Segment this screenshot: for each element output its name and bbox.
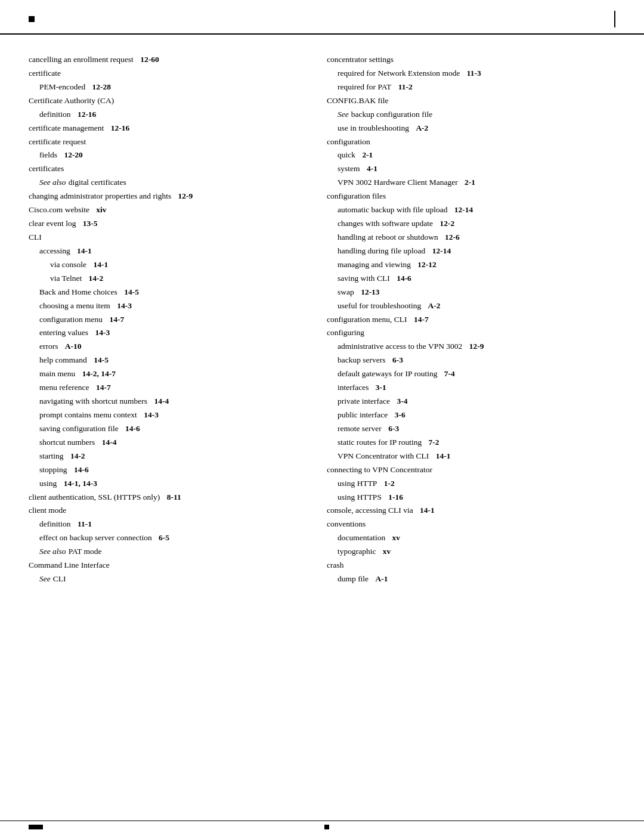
list-item: system 4-1 (327, 163, 615, 175)
list-item: remote server 6-3 (327, 423, 615, 435)
content-area: cancelling an enrollment request 12-60ce… (0, 35, 644, 587)
sub-entry-label: prompt contains menu context (39, 409, 137, 422)
entry-label: CONFIG.BAK file (327, 95, 389, 107)
sub-entry-page-ref: 12-9 (469, 340, 484, 353)
entry-label: connecting to VPN Concentrator (327, 464, 432, 476)
sub-entry-page-ref: 14-3 (95, 327, 110, 339)
sub-entry-page-ref: 14-7 (96, 382, 111, 394)
sub-entry-page-ref: 14-3 (117, 300, 132, 312)
sub-entry-page-ref: 12-14 (432, 245, 451, 258)
entry-label: configuration menu, CLI (327, 314, 407, 326)
entry-label: cancelling an enrollment request (29, 54, 134, 66)
sub-entry-page-ref: 12-20 (64, 149, 83, 162)
entry-label: crash (327, 559, 343, 572)
see-also-text: See also (39, 176, 66, 189)
sub-entry-label: system (338, 163, 360, 175)
list-item: configuration (327, 136, 615, 148)
header-left (29, 16, 39, 22)
list-item: choosing a menu item 14-3 (29, 300, 308, 312)
list-item: documentation xv (327, 532, 615, 544)
footer-center (43, 825, 615, 829)
list-item: concentrator settings (327, 54, 615, 66)
sub-entry-page-ref: xv (392, 532, 401, 544)
page-footer (0, 820, 644, 833)
sub-entry-page-ref: A-2 (416, 122, 428, 135)
list-item: definition 12-16 (29, 109, 308, 121)
sub-entry-label: automatic backup with file upload (338, 204, 447, 216)
sub-entry-label: menu reference (39, 382, 89, 394)
sub-entry-label: VPN 3002 Hardware Client Manager (338, 176, 458, 189)
sub-entry-label: typographic (338, 546, 376, 558)
sub-entry-page-ref: 12-13 (361, 286, 380, 299)
sub-entry-label: Back and Home choices (39, 286, 117, 299)
sub-entry-page-ref: 12-2 (439, 218, 454, 230)
list-item: certificates (29, 163, 308, 175)
entry-page-ref: 8-11 (167, 491, 181, 504)
list-item: PEM-encoded 12-28 (29, 81, 308, 94)
sub-entry-page-ref: 12-28 (92, 81, 112, 94)
subsub-entry-page-ref: 14-1 (93, 259, 108, 271)
subsub-entry-label: via Telnet (50, 272, 82, 285)
list-item: starting 14-2 (29, 450, 308, 463)
sub-entry-label: entering values (39, 327, 88, 339)
list-item: See backup configuration file (327, 109, 615, 121)
sub-entry-label: fields (39, 149, 57, 162)
page-number (29, 825, 43, 829)
see-text: See (39, 573, 51, 586)
list-item: definition 11-1 (29, 518, 308, 531)
sub-entry-label: navigating with shortcut numbers (39, 395, 147, 408)
sub-entry-page-ref: 14-4 (154, 395, 169, 408)
list-item: See also digital certificates (29, 176, 308, 189)
list-item: conventions (327, 518, 615, 531)
sub-entry-page-ref: 11-2 (398, 81, 413, 94)
list-item: public interface 3-6 (327, 409, 615, 422)
sub-entry-label: choosing a menu item (39, 300, 110, 312)
sub-entry-page-ref: 2-1 (465, 176, 475, 189)
page: cancelling an enrollment request 12-60ce… (0, 0, 644, 833)
sub-entry-page-ref: 14-1, 14-3 (64, 478, 97, 490)
list-item: VPN Concentrator with CLI 14-1 (327, 450, 615, 463)
sub-entry-page-ref: 14-3 (144, 409, 159, 422)
list-item: fields 12-20 (29, 149, 308, 162)
entry-label: certificates (29, 163, 64, 175)
sub-entry-page-ref: 3-4 (397, 395, 407, 408)
sub-entry-page-ref: 14-5 (124, 286, 139, 299)
sub-entry-page-ref: A-1 (376, 573, 388, 586)
entry-label: concentrator settings (327, 54, 394, 66)
list-item: Back and Home choices 14-5 (29, 286, 308, 299)
see-also-text: See also (39, 546, 66, 558)
list-item: administrative access to the VPN 3002 12… (327, 340, 615, 353)
list-item: console, accessing CLI via 14-1 (327, 504, 615, 517)
see-also-ref: PAT mode (69, 546, 102, 558)
sub-entry-page-ref: 3-1 (376, 382, 386, 394)
sub-entry-page-ref: 11-3 (467, 67, 481, 80)
list-item: useful for troubleshooting A-2 (327, 300, 615, 312)
list-item: saving configuration file 14-6 (29, 423, 308, 435)
entry-page-ref: 12-16 (111, 122, 130, 135)
list-item: client mode (29, 504, 308, 517)
sub-entry-page-ref: 14-7 (109, 314, 124, 326)
see-text: See (338, 109, 349, 121)
sub-entry-page-ref: 1-2 (384, 478, 395, 490)
sub-entry-page-ref: 6-3 (388, 423, 399, 435)
list-item: See also PAT mode (29, 546, 308, 558)
list-item: certificate request (29, 136, 308, 148)
entry-label: certificate request (29, 136, 86, 148)
list-item: dump file A-1 (327, 573, 615, 586)
list-item: clear event log 13-5 (29, 218, 308, 230)
list-item: certificate management 12-16 (29, 122, 308, 135)
list-item: saving with CLI 14-6 (327, 272, 615, 285)
sub-entry-label: required for Network Extension mode (338, 67, 460, 80)
sub-entry-label: using (39, 478, 57, 490)
sub-entry-label: definition (39, 518, 71, 531)
list-item: configuring (327, 327, 615, 339)
entry-label: certificate (29, 67, 61, 80)
list-item: static routes for IP routing 7-2 (327, 436, 615, 449)
list-item: automatic backup with file upload 12-14 (327, 204, 615, 216)
see-also-ref: digital certificates (69, 176, 126, 189)
footer-square-icon (324, 825, 329, 829)
sub-entry-page-ref: 11-1 (78, 518, 92, 531)
entry-label: configuration files (327, 190, 386, 203)
entry-label: client authentication, SSL (HTTPS only) (29, 491, 160, 504)
list-item: VPN 3002 Hardware Client Manager 2-1 (327, 176, 615, 189)
